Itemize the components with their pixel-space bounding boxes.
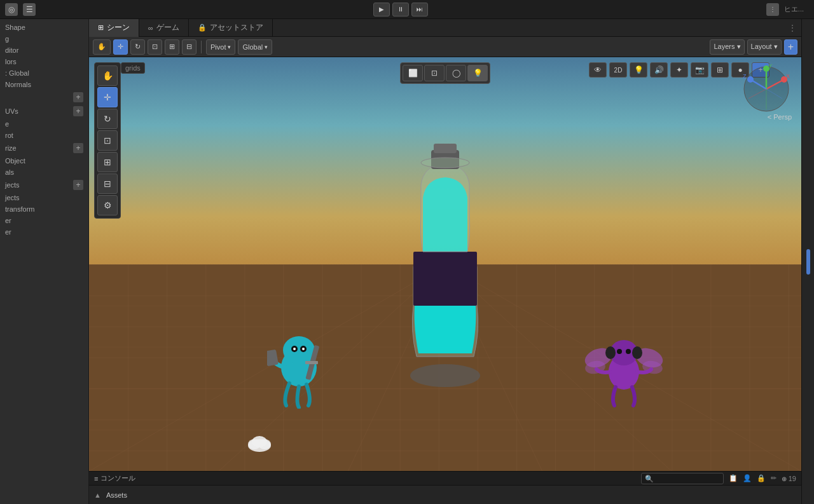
svg-rect-14 (434, 144, 457, 153)
tab-scene[interactable]: ⊞ シーン (89, 19, 139, 37)
sidebar-item-g[interactable]: g (0, 33, 88, 44)
svg-point-17 (283, 336, 315, 364)
sidebar-item-rize[interactable]: rize + (0, 141, 88, 155)
bottle-svg (382, 90, 509, 395)
sidebar-item-rot[interactable]: rot (0, 130, 88, 141)
viewport-camera-btn[interactable]: 📷 (691, 62, 708, 78)
layout-btn[interactable]: Layout ▾ (747, 39, 782, 55)
tool-rect[interactable]: ⊞ (97, 152, 118, 172)
sidebar-item-transform[interactable]: transform (0, 203, 88, 215)
viewport-2d-btn[interactable]: 2D (609, 62, 627, 78)
tool-rotate[interactable]: ↻ (97, 109, 118, 129)
asset-count: 19 (789, 475, 796, 482)
console-label: コンソール (100, 473, 135, 483)
svg-point-33 (617, 349, 622, 354)
scene-tools-panel: ✋ ✛ ↻ ⊡ ⊞ ⊟ ⚙ (94, 62, 121, 219)
pivot-dropdown[interactable]: Pivot (206, 39, 235, 55)
viewport-light-btn[interactable]: 💡 (630, 62, 647, 78)
rize-add-button[interactable]: + (73, 143, 83, 153)
assets-label: Assets (106, 491, 127, 499)
sidebar-item-er1[interactable]: er (0, 215, 88, 226)
tool-hand[interactable]: ✋ (97, 65, 118, 86)
character-right (583, 326, 659, 409)
sidebar-item-shape[interactable]: Shape (0, 22, 88, 33)
unity-icon[interactable]: ◎ (5, 3, 18, 16)
rotate-tool-btn[interactable]: ↻ (130, 39, 145, 55)
vtc-light-btn[interactable]: 💡 (467, 65, 488, 81)
hierarchy-label: ヒエ... (779, 4, 809, 14)
tool-gear[interactable]: ⚙ (97, 195, 118, 215)
sidebar-item-jects1[interactable]: jects + (0, 178, 88, 192)
scene-gizmo[interactable]: X Y Z (741, 64, 792, 114)
sidebar-item-jects2[interactable]: jects (0, 192, 88, 203)
step-button[interactable]: ⏭ (411, 3, 428, 17)
hand-tool-btn[interactable]: ✋ (93, 39, 111, 55)
gizmo-svg: X Y Z (741, 64, 792, 114)
sidebar-item-e[interactable]: e (0, 118, 88, 130)
svg-point-11 (410, 364, 480, 387)
viewport-effects-btn[interactable]: ✦ (670, 62, 688, 78)
viewport-top-toolbar: ⬜ ⊡ ◯ 💡 (400, 62, 490, 84)
sidebar-item-global[interactable]: : Global (0, 67, 88, 79)
console-tab[interactable]: ≡ コンソール (94, 473, 135, 483)
top-bar-left: ◎ ☰ (5, 3, 36, 16)
svg-rect-12 (413, 252, 477, 306)
tool-scale[interactable]: ⊡ (97, 130, 118, 151)
tool-transform[interactable]: ⊟ (97, 174, 118, 194)
rect-tool-btn[interactable]: ⊞ (165, 39, 179, 55)
sidebar-item-normals-plus[interactable]: + (0, 90, 88, 104)
bottle-object[interactable] (382, 90, 509, 397)
svg-text:Y: Y (768, 64, 772, 69)
center-area: ⊞ シーン ∞ ゲーム 🔒 アセットストア ⋮ ✋ ✛ ↻ ⊡ ⊞ ⊟ Pivo… (89, 19, 801, 504)
console-icon: ≡ (94, 475, 98, 482)
global-dropdown[interactable]: Global (238, 39, 272, 55)
sidebar-item-colors[interactable]: lors (0, 56, 88, 67)
sidebar-item-als[interactable]: als (0, 167, 88, 178)
tab-assetstore[interactable]: 🔒 アセットストア (189, 19, 273, 37)
tab-game[interactable]: ∞ ゲーム (139, 19, 189, 37)
add-btn[interactable]: + (784, 39, 797, 55)
svg-point-34 (626, 349, 631, 354)
sidebar-item-editor[interactable]: ditor (0, 44, 88, 56)
tab-bar: ⊞ シーン ∞ ゲーム 🔒 アセットストア ⋮ (89, 19, 801, 37)
status-icon3: 🔒 (757, 474, 766, 482)
menu-icon[interactable]: ☰ (23, 3, 36, 16)
sidebar-item-object[interactable]: Object (0, 155, 88, 167)
scale-tool-btn[interactable]: ⊡ (148, 39, 162, 55)
vtc-circle-btn[interactable]: ◯ (446, 65, 466, 81)
main-layout: Shape g ditor lors : Global Normals + UV… (0, 19, 814, 504)
top-bar: ◎ ☰ ▶ ⏸ ⏭ ⋮ ヒエ... (0, 0, 814, 19)
tool-move[interactable]: ✛ (97, 87, 118, 107)
top-bar-more[interactable]: ⋮ (766, 3, 779, 16)
game-tab-icon: ∞ (148, 24, 153, 32)
move-tool-btn[interactable]: ✛ (113, 39, 128, 55)
main-toolbar: ✋ ✛ ↻ ⊡ ⊞ ⊟ Pivot Global Layers ▾ Layout… (89, 37, 801, 57)
play-button[interactable]: ▶ (373, 3, 390, 17)
normals-add-button[interactable]: + (73, 92, 83, 102)
status-icon4: ✏ (771, 474, 776, 482)
sidebar-item-normals[interactable]: Normals (0, 79, 88, 90)
vtc-grid-btn[interactable]: ⊡ (424, 65, 445, 81)
transform-tool-btn[interactable]: ⊟ (182, 39, 197, 55)
sidebar-item-er2[interactable]: er (0, 226, 88, 238)
toolbar-right: Layers ▾ Layout ▾ + (710, 39, 797, 55)
layers-btn[interactable]: Layers ▾ (710, 39, 744, 55)
svg-text:Z: Z (743, 73, 747, 79)
sidebar-item-uvs[interactable]: UVs + (0, 104, 88, 118)
status-icon2: 👤 (743, 474, 752, 482)
layers-eye-btn[interactable]: 👁 (589, 62, 607, 78)
scene-viewport[interactable]: ✋ ✛ ↻ ⊡ ⊞ ⊟ ⚙ grids ⬜ ⊡ ◯ 💡 (89, 57, 801, 471)
sidebar-handle[interactable] (806, 249, 810, 275)
vtc-box-btn[interactable]: ⬜ (403, 65, 423, 81)
assets-expand-icon[interactable]: ▲ (94, 491, 101, 499)
viewport-grid-btn[interactable]: ⊞ (711, 62, 729, 78)
svg-text:X: X (786, 73, 790, 79)
viewport-audio-btn[interactable]: 🔊 (650, 62, 668, 78)
search-input[interactable] (641, 473, 724, 484)
bottom-status-right: 📋 👤 🔒 ✏ ⊕ 19 (641, 473, 796, 484)
tab-more-button[interactable]: ⋮ (783, 24, 801, 32)
jects1-add-button[interactable]: + (73, 180, 83, 190)
pause-button[interactable]: ⏸ (392, 3, 409, 17)
svg-point-20 (293, 348, 296, 350)
uvs-add-button[interactable]: + (73, 106, 83, 116)
